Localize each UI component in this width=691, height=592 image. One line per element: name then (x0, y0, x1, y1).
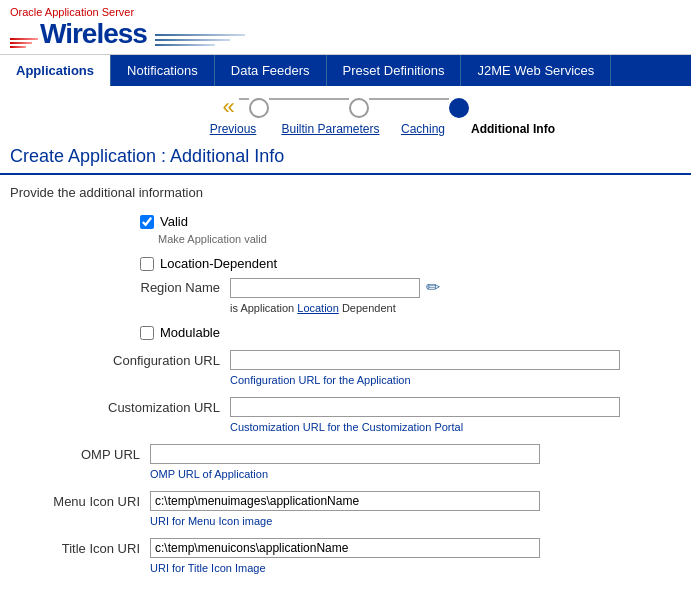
config-url-label: Configuration URL (10, 353, 230, 368)
region-name-label: Region Name (10, 280, 230, 295)
wizard-label-builtin[interactable]: Builtin Parameters (278, 122, 383, 136)
omp-url-input[interactable] (150, 444, 540, 464)
form-area: Provide the additional information Valid… (0, 185, 691, 592)
wizard-line-2 (369, 98, 449, 100)
custom-url-input[interactable] (230, 397, 620, 417)
form-description: Provide the additional information (10, 185, 681, 200)
modulable-checkbox[interactable] (140, 326, 154, 340)
config-url-input[interactable] (230, 350, 620, 370)
wizard-line-0 (239, 98, 249, 100)
menu-icon-label: Menu Icon URI (10, 494, 150, 509)
tab-preset-definitions[interactable]: Preset Definitions (327, 55, 462, 86)
omp-url-row: OMP URL (10, 444, 681, 464)
wizard-circle-caching (349, 98, 369, 118)
menu-icon-input[interactable] (150, 491, 540, 511)
config-url-row: Configuration URL (10, 350, 681, 370)
wizard-labels: Previous Builtin Parameters Caching Addi… (128, 122, 563, 136)
location-label: Location-Dependent (160, 256, 277, 271)
wizard-circle-additional (449, 98, 469, 118)
valid-label: Valid (160, 214, 188, 229)
tab-data-feeders[interactable]: Data Feeders (215, 55, 327, 86)
tab-notifications[interactable]: Notifications (111, 55, 215, 86)
page-title: Create Application : Additional Info (10, 146, 284, 166)
config-url-hint: Configuration URL for the Application (10, 372, 681, 387)
region-name-input[interactable] (230, 278, 420, 298)
custom-url-row: Customization URL (10, 397, 681, 417)
wizard-step-caching (349, 98, 369, 118)
wizard-circle-builtin (249, 98, 269, 118)
back-arrow-icon[interactable]: « (222, 96, 234, 118)
wizard: « Previous Builtin Parameters Caching Ad… (0, 86, 691, 140)
tab-applications[interactable]: Applications (0, 55, 111, 86)
region-name-row: Region Name ✏ (10, 277, 681, 298)
logo: Wireless (10, 18, 681, 50)
logo-text: Wireless (40, 18, 147, 50)
wizard-line-1 (269, 98, 349, 100)
omp-url-label: OMP URL (10, 447, 150, 462)
wizard-label-additional: Additional Info (463, 122, 563, 136)
oracle-title: Oracle Application Server (10, 6, 681, 18)
valid-checkbox[interactable] (140, 215, 154, 229)
page-title-bar: Create Application : Additional Info (0, 140, 691, 175)
nav-tabs: Applications Notifications Data Feeders … (0, 55, 691, 86)
menu-icon-row: Menu Icon URI (10, 491, 681, 511)
header: Oracle Application Server Wireless (0, 0, 691, 55)
omp-url-hint: OMP URL of Application (10, 466, 681, 481)
modulable-row: Modulable (10, 325, 681, 340)
title-icon-label: Title Icon URI (10, 541, 150, 556)
modulable-label: Modulable (160, 325, 220, 340)
title-icon-hint: URI for Title Icon Image (10, 560, 681, 575)
menu-icon-hint: URI for Menu Icon image (10, 513, 681, 528)
valid-row: Valid (10, 214, 681, 229)
location-checkbox[interactable] (140, 257, 154, 271)
region-hint-row: is Application Location Dependent (10, 300, 681, 315)
wizard-step-builtin (249, 98, 269, 118)
tab-j2me[interactable]: J2ME Web Services (461, 55, 611, 86)
wizard-step-additional (449, 98, 469, 118)
pencil-icon[interactable]: ✏ (426, 277, 440, 298)
location-row: Location-Dependent (10, 256, 681, 271)
wizard-label-caching[interactable]: Caching (383, 122, 463, 136)
wizard-row: « (222, 96, 468, 120)
title-icon-input[interactable] (150, 538, 540, 558)
wizard-label-previous[interactable]: Previous (188, 122, 278, 136)
valid-hint: Make Application valid (10, 231, 681, 246)
custom-url-hint: Customization URL for the Customization … (10, 419, 681, 434)
title-icon-row: Title Icon URI (10, 538, 681, 558)
custom-url-label: Customization URL (10, 400, 230, 415)
wizard-step-previous: « (222, 96, 234, 120)
